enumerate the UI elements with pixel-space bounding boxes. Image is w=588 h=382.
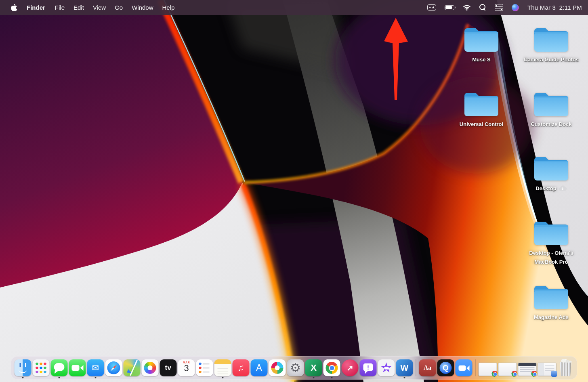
dock-word[interactable]: W xyxy=(396,357,413,379)
dock-trash[interactable] xyxy=(558,357,574,379)
dock-appstore[interactable]: A xyxy=(251,357,268,379)
dock-mail[interactable]: ✉ xyxy=(87,357,104,379)
control-center-icon[interactable] xyxy=(495,4,503,11)
appletv-icon: tv xyxy=(160,359,177,376)
dock-systempreferences[interactable]: ⚙ xyxy=(287,357,304,379)
chrome-badge-icon xyxy=(492,371,498,377)
folder-label: Camera Guide Photos xyxy=(524,57,579,63)
folder-icon xyxy=(464,90,498,116)
dock-separator xyxy=(475,359,476,376)
running-indicator xyxy=(222,377,224,378)
desktop-folder-magazine-ads[interactable]: Magazine Ads xyxy=(516,283,587,322)
menu-bar: FinderFileEditViewGoWindowHelp xyxy=(0,0,588,15)
zoom-icon xyxy=(456,359,472,376)
siri-icon[interactable] xyxy=(512,4,519,11)
dock-notes[interactable] xyxy=(214,357,231,379)
menu-file[interactable]: File xyxy=(50,0,69,15)
calendar-icon: MAR3 xyxy=(178,359,195,376)
menu-view[interactable]: View xyxy=(88,0,110,15)
dock-quicktime[interactable]: Q xyxy=(437,357,454,379)
desktop-folder-customize-dock[interactable]: Customize Dock xyxy=(516,90,587,129)
dock-appletv[interactable]: tv xyxy=(160,357,177,379)
wifi-icon[interactable] xyxy=(463,4,471,10)
apple-logo-icon xyxy=(10,4,17,12)
facetime-icon xyxy=(69,359,86,376)
reminders-icon xyxy=(196,359,213,376)
systempreferences-icon: ⚙ xyxy=(287,359,304,376)
dock-safari[interactable] xyxy=(105,357,122,379)
battery-fill xyxy=(445,6,452,9)
dock-minimized-window-chrome-2[interactable] xyxy=(498,357,517,379)
dock-minimized-window-document[interactable] xyxy=(538,357,556,379)
appstore-icon: A xyxy=(251,359,268,376)
dock-facetime[interactable] xyxy=(69,357,86,379)
finder-icon xyxy=(15,359,32,376)
desktop-folder-camera-guide-photos[interactable]: Camera Guide Photos xyxy=(516,25,587,65)
feedback-icon: ! xyxy=(360,359,377,376)
minimized-window-chrome-2-icon xyxy=(498,363,517,376)
doc-badge-icon xyxy=(551,371,557,377)
music-icon: ♫ xyxy=(233,359,250,376)
desktop-screen: Muse S Camera Guide Photos Universal Con… xyxy=(0,0,588,382)
folder-icon xyxy=(534,25,568,52)
menu-bar-clock[interactable]: Thu Mar 3 2:11 PM xyxy=(527,4,582,11)
excel-icon: X xyxy=(305,359,322,376)
dock-slack[interactable] xyxy=(269,357,286,379)
battery-icon[interactable] xyxy=(445,5,454,10)
menu-window[interactable]: Window xyxy=(127,0,158,15)
folder-label: Desktop xyxy=(536,185,556,191)
minimized-window-document-icon xyxy=(538,363,556,376)
spotlight-search-icon[interactable] xyxy=(479,4,486,11)
photos-icon xyxy=(142,359,159,376)
dock-skitch[interactable]: ↗ xyxy=(342,357,359,379)
desktop-folder-universal-control[interactable]: Universal Control xyxy=(446,90,517,129)
dock: ✉tvMAR3♫A⚙X↗!★WAaQ xyxy=(11,356,578,380)
chrome-badge-icon xyxy=(531,371,538,377)
apple-menu[interactable] xyxy=(6,4,21,12)
menu-finder[interactable]: Finder xyxy=(21,0,50,15)
dock-minimized-window-chrome-3[interactable] xyxy=(518,357,537,379)
menu-help[interactable]: Help xyxy=(158,0,179,15)
folder-label: Magazine Ads xyxy=(534,314,569,320)
slack-icon xyxy=(269,359,286,376)
status-area: Thu Mar 3 2:11 PM xyxy=(427,4,588,11)
menu-items: FinderFileEditViewGoWindowHelp xyxy=(21,0,179,15)
dock-zoom[interactable] xyxy=(456,357,472,379)
desktop-folder-desktop[interactable]: Desktop xyxy=(516,154,587,193)
dock-launchpad[interactable] xyxy=(33,357,50,379)
maps-icon xyxy=(124,359,141,376)
dock-imovie[interactable]: ★ xyxy=(378,357,395,379)
word-icon: W xyxy=(396,359,413,376)
running-indicator xyxy=(59,377,60,378)
dock-feedback[interactable]: ! xyxy=(360,357,377,379)
safari-icon xyxy=(105,359,122,376)
display-cursor xyxy=(432,6,435,9)
folder-icon xyxy=(534,218,568,245)
dock-calendar[interactable]: MAR3 xyxy=(178,357,195,379)
dock-messages[interactable] xyxy=(51,357,68,379)
dock-music[interactable]: ♫ xyxy=(233,357,250,379)
display-mirroring-icon[interactable] xyxy=(427,4,436,10)
dock-chrome[interactable] xyxy=(323,357,340,379)
icloud-download-icon xyxy=(558,185,567,191)
desktop-folders: Muse S Camera Guide Photos Universal Con… xyxy=(0,0,588,382)
folder-icon xyxy=(534,90,568,116)
running-indicator xyxy=(404,377,405,378)
display-dots xyxy=(429,7,430,8)
dock-separator xyxy=(416,359,416,376)
dock-finder[interactable] xyxy=(15,357,32,379)
dock-excel[interactable]: X xyxy=(305,357,322,379)
dock-reminders[interactable] xyxy=(196,357,213,379)
chrome-icon xyxy=(323,359,340,376)
dock-maps[interactable] xyxy=(124,357,141,379)
notes-icon xyxy=(214,359,231,376)
desktop-folder-desktop-olena-s-macbook-pro[interactable]: Desktop - Olena's MacBook Pro xyxy=(516,218,587,267)
menu-go[interactable]: Go xyxy=(110,0,127,15)
quicktime-icon: Q xyxy=(437,359,454,376)
dock-photos[interactable] xyxy=(142,357,159,379)
dock-minimized-window-chrome-1[interactable] xyxy=(479,357,497,379)
menu-edit[interactable]: Edit xyxy=(69,0,88,15)
folder-label: Customize Dock xyxy=(531,121,571,127)
dock-dictionary[interactable]: Aa xyxy=(419,357,436,379)
desktop-folder-muse-s[interactable]: Muse S xyxy=(446,25,517,65)
